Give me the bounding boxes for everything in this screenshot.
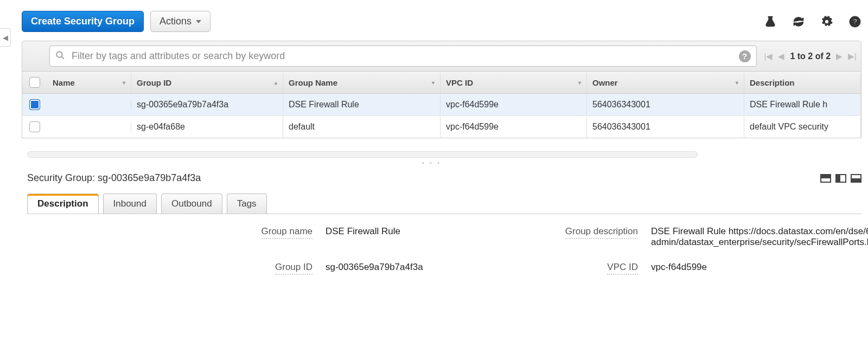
page-last-icon[interactable]: ▶|	[848, 52, 857, 61]
svg-line-3	[61, 56, 64, 59]
cell-description: default VPC security	[744, 117, 861, 137]
page-next-icon[interactable]: ▶	[836, 52, 843, 61]
cell-vpc-id: vpc-f64d599e	[441, 94, 587, 115]
search-box[interactable]: ?	[49, 46, 757, 67]
group-name-value: DSE Firewall Rule	[326, 226, 542, 237]
group-id-label: Group ID	[275, 262, 312, 275]
pagination-text: 1 to 2 of 2	[790, 52, 831, 61]
toolbar: Create Security Group Actions ?	[2, 11, 861, 37]
page-first-icon[interactable]: |◀	[764, 52, 773, 61]
group-name-label: Group name	[261, 226, 313, 239]
sort-asc-icon: ▴	[275, 80, 277, 86]
search-input[interactable]	[71, 50, 733, 62]
horizontal-scrollbar[interactable]	[27, 151, 698, 158]
create-security-group-button[interactable]: Create Security Group	[22, 11, 144, 32]
column-description[interactable]: Description	[744, 73, 861, 93]
table-row[interactable]: sg-00365e9a79b7a4f3a DSE Firewall Rule v…	[22, 94, 861, 116]
help-icon[interactable]: ?	[848, 15, 861, 28]
svg-point-2	[56, 52, 62, 57]
group-desc-value: DSE Firewall Rule https://docs.datastax.…	[651, 226, 868, 248]
sort-icon: ▾	[736, 80, 738, 86]
chevron-down-icon	[196, 20, 201, 23]
cell-owner: 564036343001	[587, 94, 744, 115]
cell-owner: 564036343001	[587, 117, 744, 137]
sort-icon: ▾	[578, 80, 581, 86]
sort-icon: ▾	[432, 80, 435, 86]
row-checkbox[interactable]	[29, 99, 40, 110]
description-fields: Group name DSE Firewall Rule Group descr…	[27, 214, 861, 275]
column-group-id[interactable]: Group ID▴	[131, 73, 283, 93]
select-all-checkbox[interactable]	[29, 77, 40, 88]
vpc-id-value: vpc-f64d599e	[651, 262, 868, 273]
gear-icon[interactable]	[820, 15, 833, 28]
cell-vpc-id: vpc-f64d599e	[441, 117, 587, 137]
tab-description[interactable]: Description	[27, 194, 99, 214]
cell-group-id: sg-00365e9a79b7a4f3a	[131, 94, 283, 115]
cell-name	[47, 99, 131, 110]
detail-panel: Security Group: sg-00365e9a79b7a4f3a Des…	[27, 169, 861, 275]
table-row[interactable]: sg-e04fa68e default vpc-f64d599e 5640363…	[22, 116, 861, 138]
page-prev-icon[interactable]: ◀	[778, 52, 784, 61]
column-vpc-id[interactable]: VPC ID▾	[441, 73, 587, 93]
tab-outbound[interactable]: Outbound	[161, 194, 222, 214]
tab-tags[interactable]: Tags	[227, 194, 267, 214]
search-icon	[55, 50, 65, 62]
security-group-table: Name▾ Group ID▴ Group Name▾ VPC ID▾ Owne…	[22, 72, 861, 138]
cell-description: DSE Firewall Rule h	[744, 94, 861, 115]
cell-name	[47, 121, 131, 132]
group-desc-label: Group description	[565, 226, 638, 239]
tab-inbound[interactable]: Inbound	[103, 194, 157, 214]
refresh-icon[interactable]	[792, 15, 805, 28]
panel-resize-handle[interactable]: • • •	[2, 160, 861, 166]
layout-bottom-icon[interactable]	[851, 174, 861, 183]
layout-top-icon[interactable]	[820, 174, 831, 183]
cell-group-name: default	[283, 117, 441, 137]
detail-title: Security Group: sg-00365e9a79b7a4f3a	[27, 172, 201, 184]
sort-icon: ▾	[123, 80, 125, 86]
search-help-icon[interactable]: ?	[739, 50, 751, 62]
layout-left-icon[interactable]	[835, 174, 846, 183]
group-id-value: sg-00365e9a79b7a4f3a	[326, 262, 542, 273]
actions-dropdown[interactable]: Actions	[150, 11, 210, 32]
cell-group-id: sg-e04fa68e	[131, 117, 283, 137]
detail-tabs: Description Inbound Outbound Tags	[27, 194, 861, 214]
table-header: Name▾ Group ID▴ Group Name▾ VPC ID▾ Owne…	[22, 72, 861, 94]
row-checkbox[interactable]	[29, 121, 40, 132]
column-group-name[interactable]: Group Name▾	[283, 73, 441, 93]
actions-label: Actions	[159, 16, 192, 27]
vpc-id-label: VPC ID	[607, 262, 638, 275]
pagination: |◀ ◀ 1 to 2 of 2 ▶ ▶|	[764, 52, 857, 61]
filter-bar: ? |◀ ◀ 1 to 2 of 2 ▶ ▶|	[22, 41, 861, 72]
cell-group-name: DSE Firewall Rule	[283, 94, 441, 115]
experiment-flask-icon[interactable]	[764, 15, 777, 28]
column-owner[interactable]: Owner▾	[587, 73, 744, 93]
svg-text:?: ?	[853, 17, 857, 25]
column-name[interactable]: Name▾	[47, 73, 131, 93]
sidebar-collapse-toggle[interactable]: ◀	[0, 28, 11, 47]
